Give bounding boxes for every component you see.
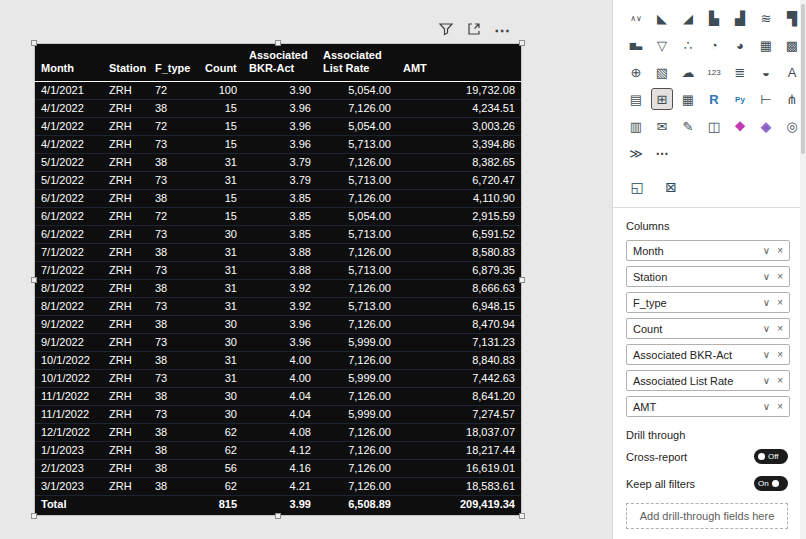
field-well[interactable]: F_type∨× bbox=[626, 292, 790, 313]
field-well[interactable]: Associated List Rate∨× bbox=[626, 370, 790, 391]
column-header[interactable]: AMT bbox=[397, 47, 521, 82]
table-row[interactable]: 10/1/2022ZRH38314.007,126.008,840.83 bbox=[35, 352, 521, 370]
r-script-icon[interactable]: R bbox=[704, 89, 724, 109]
decomposition-tree-icon[interactable]: ⋔ bbox=[782, 89, 800, 109]
qa-icon[interactable]: ✉ bbox=[652, 116, 672, 136]
treemap-icon[interactable]: ▦ bbox=[756, 35, 776, 55]
remove-field-icon[interactable]: × bbox=[777, 324, 783, 334]
column-header[interactable]: Count bbox=[199, 47, 243, 82]
remove-field-icon[interactable]: × bbox=[777, 272, 783, 282]
multi-row-card-icon[interactable]: ≣ bbox=[730, 62, 750, 82]
table-icon[interactable]: ⊞ bbox=[652, 89, 672, 109]
field-well[interactable]: Station∨× bbox=[626, 266, 790, 287]
table-row[interactable]: 11/1/2022ZRH73304.045,999.007,274.57 bbox=[35, 406, 521, 424]
column-header[interactable]: F_type bbox=[149, 47, 199, 82]
paginated-report-icon[interactable]: ▥ bbox=[626, 116, 646, 136]
table-row[interactable]: 6/1/2022ZRH73303.855,713.006,591.52 bbox=[35, 226, 521, 244]
resize-handle[interactable] bbox=[519, 40, 525, 46]
table-row[interactable]: 10/1/2022ZRH73314.005,999.007,442.63 bbox=[35, 370, 521, 388]
scrollbar-thumb[interactable] bbox=[801, 4, 805, 154]
line-and-stacked-column-chart-icon[interactable]: ▙ bbox=[704, 8, 724, 28]
focus-mode-icon[interactable] bbox=[466, 21, 482, 41]
table-row[interactable]: 7/1/2022ZRH73313.885,713.006,879.35 bbox=[35, 262, 521, 280]
column-header[interactable]: Month bbox=[35, 47, 103, 82]
chevron-down-icon[interactable]: ∨ bbox=[763, 376, 770, 386]
table-row[interactable]: 4/1/2022ZRH72153.965,054.003,003.26 bbox=[35, 118, 521, 136]
goals-icon[interactable]: ◎ bbox=[782, 116, 800, 136]
report-icon[interactable]: ◫ bbox=[704, 116, 724, 136]
table-row[interactable]: 5/1/2022ZRH73313.795,713.006,720.47 bbox=[35, 172, 521, 190]
table-row[interactable]: 11/1/2022ZRH38304.047,126.008,641.20 bbox=[35, 388, 521, 406]
field-well[interactable]: AMT∨× bbox=[626, 396, 790, 417]
resize-handle[interactable] bbox=[275, 40, 281, 46]
table-row[interactable]: 6/1/2022ZRH72153.855,054.002,915.59 bbox=[35, 208, 521, 226]
stacked-area-chart-icon[interactable]: ◢ bbox=[678, 8, 698, 28]
table-row[interactable]: 6/1/2022ZRH38153.857,126.004,110.90 bbox=[35, 190, 521, 208]
table-row[interactable]: 2/1/2023ZRH38564.167,126.0016,619.01 bbox=[35, 460, 521, 478]
gauge-icon[interactable]: ◒ bbox=[756, 62, 776, 82]
pane-scrollbar[interactable] bbox=[800, 0, 806, 539]
table-row[interactable]: 12/1/2022ZRH38624.087,126.0018,037.07 bbox=[35, 424, 521, 442]
slicer-icon[interactable]: ▤ bbox=[626, 89, 646, 109]
table-row[interactable]: 4/1/2021ZRH721003.905,054.0019,732.08 bbox=[35, 82, 521, 100]
area-chart-icon[interactable]: ◣ bbox=[652, 8, 672, 28]
smart-narrative-icon[interactable]: ✎ bbox=[678, 116, 698, 136]
remove-field-icon[interactable]: × bbox=[777, 246, 783, 256]
resize-handle[interactable] bbox=[31, 277, 37, 283]
chevron-down-icon[interactable]: ∨ bbox=[763, 298, 770, 308]
donut-chart-icon[interactable]: ◕ bbox=[730, 35, 750, 55]
table-row[interactable]: 7/1/2022ZRH38313.887,126.008,580.83 bbox=[35, 244, 521, 262]
power-apps-icon[interactable]: ❖ bbox=[730, 116, 750, 136]
remove-field-icon[interactable]: × bbox=[777, 376, 783, 386]
table-row[interactable]: 9/1/2022ZRH38303.967,126.008,470.94 bbox=[35, 316, 521, 334]
shape-map-icon[interactable]: ☁ bbox=[678, 62, 698, 82]
table-row[interactable]: 4/1/2022ZRH73153.965,713.003,394.86 bbox=[35, 136, 521, 154]
chevron-down-icon[interactable]: ∨ bbox=[763, 402, 770, 412]
table-row[interactable]: 8/1/2022ZRH38313.927,126.008,666.63 bbox=[35, 280, 521, 298]
cross-report-toggle[interactable]: Off bbox=[754, 449, 788, 464]
chevron-down-icon[interactable]: ∨ bbox=[763, 246, 770, 256]
python-visual-icon[interactable]: Py bbox=[730, 89, 750, 109]
pie-chart-icon[interactable]: ◔ bbox=[704, 35, 724, 55]
more-visuals-icon[interactable]: ⋯ bbox=[652, 143, 672, 163]
column-header[interactable]: Station bbox=[103, 47, 149, 82]
column-header[interactable]: Associated BKR-Act bbox=[243, 47, 317, 82]
funnel-chart-icon[interactable]: ▽ bbox=[652, 35, 672, 55]
resize-handle[interactable] bbox=[31, 40, 37, 46]
field-well[interactable]: Month∨× bbox=[626, 240, 790, 261]
clustered-bar-chart-icon[interactable]: ▆▃ bbox=[626, 35, 646, 55]
drill-through-fields-dropzone[interactable]: Add drill-through fields here bbox=[626, 503, 788, 529]
resize-handle[interactable] bbox=[31, 513, 37, 519]
remove-field-icon[interactable]: × bbox=[777, 402, 783, 412]
matrix-icon[interactable]: ▦ bbox=[678, 89, 698, 109]
filled-map-icon[interactable]: ▧ bbox=[652, 62, 672, 82]
table-row[interactable]: 4/1/2022ZRH38153.967,126.004,234.51 bbox=[35, 100, 521, 118]
heatmap-icon[interactable]: ▩ bbox=[782, 35, 800, 55]
table-visual[interactable]: MonthStationF_typeCountAssociated BKR-Ac… bbox=[35, 44, 521, 515]
more-options-icon[interactable]: ⋯ bbox=[494, 26, 510, 36]
table-row[interactable]: 9/1/2022ZRH73303.965,999.007,131.23 bbox=[35, 334, 521, 352]
text-box-icon[interactable]: A bbox=[782, 62, 800, 82]
column-header[interactable]: Associated List Rate bbox=[317, 47, 397, 82]
ribbon-chart-icon[interactable]: ≋ bbox=[756, 8, 776, 28]
line-chart-icon[interactable]: ∧∨ bbox=[626, 8, 646, 28]
table-row[interactable]: 5/1/2022ZRH38313.797,126.008,382.65 bbox=[35, 154, 521, 172]
chevron-down-icon[interactable]: ∨ bbox=[763, 324, 770, 334]
table-row[interactable]: 3/1/2023ZRH38624.217,126.0018,583.61 bbox=[35, 478, 521, 496]
keep-all-filters-toggle[interactable]: On bbox=[754, 476, 788, 491]
custom-visual-icon[interactable]: ◈ bbox=[756, 116, 776, 136]
remove-field-icon[interactable]: × bbox=[777, 350, 783, 360]
filter-icon[interactable] bbox=[438, 21, 454, 41]
table-row[interactable]: 8/1/2022ZRH73313.925,713.006,948.15 bbox=[35, 298, 521, 316]
table-row[interactable]: 1/1/2023ZRH38624.127,126.0018,217.44 bbox=[35, 442, 521, 460]
visual-placeholder-icon[interactable]: ◱ bbox=[626, 177, 648, 197]
resize-handle[interactable] bbox=[519, 277, 525, 283]
card-icon[interactable]: 123 bbox=[704, 62, 724, 82]
field-well[interactable]: Associated BKR-Act∨× bbox=[626, 344, 790, 365]
key-influencers-icon[interactable]: ⊢ bbox=[756, 89, 776, 109]
resize-handle[interactable] bbox=[275, 513, 281, 519]
resize-handle[interactable] bbox=[519, 513, 525, 519]
globe-map-icon[interactable]: ⊕ bbox=[626, 62, 646, 82]
scatter-chart-icon[interactable]: ∴ bbox=[678, 35, 698, 55]
chevron-down-icon[interactable]: ∨ bbox=[763, 350, 770, 360]
